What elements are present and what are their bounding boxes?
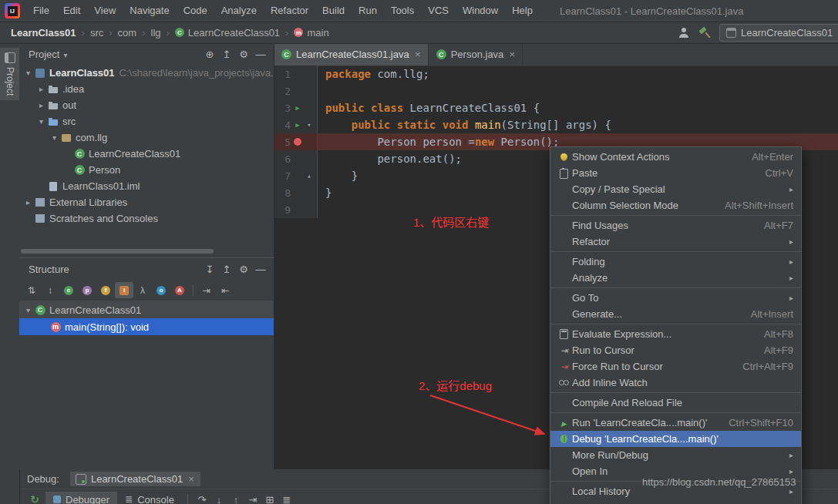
context-menu-item[interactable]: Find Usages Alt+F7 xyxy=(550,217,801,234)
breadcrumb-item[interactable]: main xyxy=(280,27,329,39)
tree-chevron-icon[interactable] xyxy=(35,85,47,93)
show-lambdas-icon[interactable]: λ xyxy=(133,282,152,298)
autoscroll-to-source-icon[interactable]: ⇥ xyxy=(197,282,216,298)
context-menu-item[interactable]: Compare with Clipboard xyxy=(550,499,801,504)
breadcrumb-item[interactable]: LearnCreateClass01 xyxy=(161,27,281,39)
editor-tab[interactable]: LearnCreateClass01.java xyxy=(274,43,429,66)
project-tree-item[interactable]: Scratches and Consoles xyxy=(19,210,274,227)
show-classes-icon[interactable] xyxy=(59,282,78,298)
context-menu-item[interactable]: More Run/Debug xyxy=(550,447,801,463)
fold-icon[interactable] xyxy=(305,121,314,129)
debug-view-tab[interactable]: Console xyxy=(117,492,182,504)
debug-step-icon[interactable]: ↷ xyxy=(194,494,210,504)
collapse-all-icon[interactable]: ↥ xyxy=(218,264,235,275)
context-menu-item[interactable]: Column Selection Mode Alt+Shift+Insert xyxy=(550,197,801,213)
tree-chevron-icon[interactable] xyxy=(49,133,60,142)
project-tree-item[interactable]: LearnCreateClass01 xyxy=(19,146,274,162)
project-tree-item[interactable]: out xyxy=(19,97,274,113)
context-menu-item[interactable]: Run 'LearnCreateCla....main()' Ctrl+Shif… xyxy=(550,415,801,431)
menu-item[interactable]: VCS xyxy=(421,0,456,22)
menu-item[interactable]: Tools xyxy=(384,0,421,22)
close-icon[interactable] xyxy=(508,49,516,60)
menu-item[interactable]: Run xyxy=(352,0,384,22)
project-tool-window-button[interactable]: Project xyxy=(0,48,19,100)
breadcrumb-item[interactable]: llg xyxy=(136,27,160,39)
code-line[interactable]: 4 public static void main(String[] args)… xyxy=(274,116,838,133)
fold-icon[interactable] xyxy=(305,172,314,180)
collapse-all-icon[interactable]: ↥ xyxy=(218,49,235,60)
debug-session-tab[interactable]: LearnCreateClass01 xyxy=(70,472,200,486)
menu-item[interactable]: Window xyxy=(456,0,505,22)
breadcrumb-item[interactable]: LearnClass01 xyxy=(11,27,76,39)
menu-item[interactable]: Navigate xyxy=(123,0,176,22)
breadcrumb-item[interactable]: com xyxy=(103,27,136,39)
project-tree-item[interactable]: Person xyxy=(19,162,274,178)
context-menu-item[interactable]: Force Run to Cursor Ctrl+Alt+F9 xyxy=(550,358,801,375)
show-overridden-icon[interactable] xyxy=(152,282,170,298)
autoscroll-from-source-icon[interactable]: ⇤ xyxy=(216,282,234,298)
tree-chevron-icon[interactable] xyxy=(22,306,34,314)
gear-icon[interactable]: ⚙ xyxy=(235,264,252,275)
breadcrumb-item[interactable]: src xyxy=(76,27,104,39)
context-menu-item[interactable]: Run to Cursor Alt+F9 xyxy=(550,342,801,358)
context-menu-item[interactable]: Generate... Alt+Insert xyxy=(550,306,801,322)
user-icon[interactable] xyxy=(679,28,689,38)
project-tree-item[interactable]: External Libraries xyxy=(19,194,274,210)
menu-item[interactable]: Refactor xyxy=(264,0,315,22)
gutter-icon[interactable] xyxy=(291,104,305,112)
menu-item[interactable]: File xyxy=(26,0,56,22)
debug-step-icon[interactable]: ↓ xyxy=(210,494,227,504)
context-menu-item[interactable]: Refactor xyxy=(550,234,801,250)
hide-panel-icon[interactable]: — xyxy=(252,264,269,275)
code-line[interactable]: 1 package com.llg; xyxy=(274,66,838,82)
context-menu-item[interactable]: Add Inline Watch xyxy=(550,375,801,391)
hide-panel-icon[interactable]: — xyxy=(252,49,269,60)
debug-step-icon[interactable]: ⇥ xyxy=(244,494,261,504)
debug-view-tab[interactable]: Debugger xyxy=(45,492,117,504)
menu-item[interactable]: Analyze xyxy=(214,0,264,22)
close-icon[interactable] xyxy=(187,473,195,485)
menu-item[interactable]: View xyxy=(87,0,123,22)
context-menu-item[interactable]: Go To xyxy=(550,290,801,306)
menu-item[interactable]: Edit xyxy=(56,0,87,22)
context-menu-item[interactable]: Show Context Actions Alt+Enter xyxy=(550,149,801,165)
code-line[interactable]: 3 public class LearnCreateClass01 { xyxy=(274,99,838,116)
sort-by-visibility-icon[interactable]: ↕ xyxy=(41,282,59,298)
project-tree-item[interactable]: src xyxy=(19,113,274,129)
tree-chevron-icon[interactable] xyxy=(22,69,34,77)
tree-chevron-icon[interactable] xyxy=(22,198,34,207)
debug-step-icon[interactable]: ⊞ xyxy=(261,494,278,504)
project-tree-item[interactable]: .idea xyxy=(19,81,274,97)
show-anonymous-icon[interactable] xyxy=(170,282,189,298)
tree-chevron-icon[interactable] xyxy=(35,101,47,109)
tree-chevron-icon[interactable] xyxy=(35,117,47,126)
menu-item[interactable]: Help xyxy=(505,0,540,22)
context-menu-item[interactable]: Paste Ctrl+V xyxy=(550,165,801,181)
context-menu-item[interactable]: Copy / Paste Special xyxy=(550,181,801,197)
context-menu-item[interactable]: Compile And Reload File xyxy=(550,395,801,411)
project-tree-item[interactable]: com.llg xyxy=(19,129,274,146)
code-line[interactable]: 2 xyxy=(274,82,838,99)
horizontal-scrollbar[interactable] xyxy=(21,249,214,254)
chevron-down-icon[interactable] xyxy=(63,49,67,60)
context-menu-item[interactable]: Folding xyxy=(550,254,801,270)
debug-step-icon[interactable]: ↑ xyxy=(227,494,244,504)
show-fields-icon[interactable] xyxy=(96,282,115,298)
project-tree-item[interactable]: LearnClass01.iml xyxy=(19,178,274,194)
context-menu-item[interactable]: Analyze xyxy=(550,270,801,286)
menu-item[interactable]: Build xyxy=(315,0,352,22)
context-menu-item[interactable]: Debug 'LearnCreateCla....main()' xyxy=(550,431,801,447)
gear-icon[interactable]: ⚙ xyxy=(235,49,252,60)
debug-step-icon[interactable]: ≣ xyxy=(278,494,295,504)
context-menu-item[interactable]: Evaluate Expression... Alt+F8 xyxy=(550,326,801,342)
gutter-icon[interactable] xyxy=(291,121,305,129)
expand-all-icon[interactable]: ↧ xyxy=(201,264,218,275)
structure-tree-item[interactable]: main(String[]): void xyxy=(19,318,274,335)
rerun-icon[interactable]: ↻ xyxy=(25,493,44,504)
editor-tab[interactable]: Person.java xyxy=(429,43,523,66)
show-inherited-icon[interactable] xyxy=(115,282,133,298)
structure-tree-item[interactable]: LearnCreateClass01 xyxy=(19,301,274,318)
close-icon[interactable] xyxy=(414,49,422,60)
run-configuration-select[interactable]: LearnCreateClass01 xyxy=(719,24,838,42)
sort-by-name-icon[interactable]: ⇅ xyxy=(22,282,41,298)
